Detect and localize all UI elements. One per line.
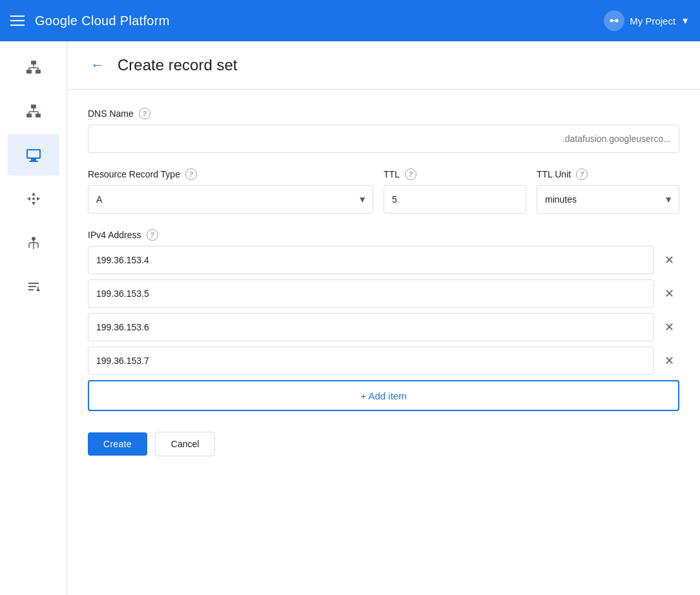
page-title: Create record set — [118, 56, 237, 74]
svg-point-1 — [615, 19, 619, 23]
action-buttons: Create Cancel — [88, 432, 679, 456]
svg-rect-20 — [28, 150, 39, 157]
svg-rect-18 — [31, 159, 36, 161]
svg-rect-19 — [29, 161, 38, 162]
sort-icon — [25, 277, 43, 296]
dns-name-row: DNS Name ? — [88, 108, 679, 153]
add-item-button[interactable]: + Add item — [88, 380, 679, 411]
inline-fields-row: Resource Record Type ? A AAAA CNAME MX T… — [88, 168, 679, 214]
ip-input-2[interactable] — [88, 313, 654, 341]
dns-name-label: DNS Name — [88, 108, 134, 119]
ttl-unit-select-wrap: seconds minutes hours days ▼ — [537, 185, 679, 214]
ip-row-0: ✕ — [88, 246, 679, 274]
page-header: ← Create record set — [67, 41, 700, 90]
sidebar-item-hierarchy[interactable] — [8, 90, 59, 132]
add-item-label: + Add item — [360, 390, 406, 401]
sidebar-item-traffic[interactable] — [8, 222, 59, 263]
ipv4-help-icon[interactable]: ? — [147, 229, 158, 241]
ipv4-label: IPv4 Address — [88, 230, 141, 240]
sidebar-item-network[interactable] — [8, 46, 59, 88]
ttl-label: TTL — [384, 169, 400, 179]
ttl-input[interactable] — [384, 185, 526, 214]
ip-row-1: ✕ — [88, 279, 679, 308]
project-icon — [604, 10, 624, 31]
svg-point-26 — [32, 237, 36, 241]
form-body: DNS Name ? Resource Record Type ? A — [67, 90, 700, 474]
svg-point-0 — [610, 19, 613, 23]
ip-row-3: ✕ — [88, 347, 679, 375]
back-button[interactable]: ← — [88, 54, 107, 76]
main-content: ← Create record set DNS Name ? Resource … — [67, 41, 700, 595]
rrt-select[interactable]: A AAAA CNAME MX TXT — [88, 185, 373, 214]
ttl-label-row: TTL ? — [384, 168, 526, 180]
ipv4-section: IPv4 Address ? ✕ ✕ ✕ ✕ — [88, 229, 679, 411]
move-icon — [25, 190, 43, 208]
hamburger-menu[interactable] — [10, 15, 25, 26]
svg-marker-23 — [27, 197, 30, 201]
ip-input-0[interactable] — [88, 246, 654, 274]
dns-name-help-icon[interactable]: ? — [139, 108, 150, 119]
svg-rect-5 — [36, 70, 41, 74]
traffic-icon — [25, 234, 43, 252]
resource-record-type-group: Resource Record Type ? A AAAA CNAME MX T… — [88, 168, 373, 214]
sidebar-item-move[interactable] — [8, 178, 59, 219]
ttl-unit-label: TTL Unit — [537, 169, 571, 179]
ttl-group: TTL ? — [384, 168, 526, 214]
svg-rect-12 — [36, 114, 41, 117]
ip-input-1[interactable] — [88, 279, 654, 308]
rrt-select-wrap: A AAAA CNAME MX TXT ▼ — [88, 185, 373, 214]
ip-input-3[interactable] — [88, 347, 654, 375]
ip-row-2: ✕ — [88, 313, 679, 341]
app-title: Google Cloud Platform — [35, 14, 593, 28]
svg-marker-21 — [32, 192, 36, 196]
rrt-help-icon[interactable]: ? — [185, 168, 197, 180]
project-selector[interactable]: My Project ▼ — [604, 10, 690, 31]
rrt-label: Resource Record Type — [88, 169, 180, 179]
remove-ip-1[interactable]: ✕ — [659, 283, 679, 305]
svg-rect-4 — [26, 70, 32, 74]
dns-name-input[interactable] — [88, 125, 679, 153]
svg-marker-22 — [32, 202, 36, 205]
sidebar-item-monitor[interactable] — [8, 134, 59, 176]
svg-rect-3 — [31, 61, 36, 65]
remove-ip-0[interactable]: ✕ — [659, 249, 679, 271]
topnav: Google Cloud Platform My Project ▼ — [0, 0, 700, 41]
remove-ip-2[interactable]: ✕ — [659, 316, 679, 338]
rrt-label-row: Resource Record Type ? — [88, 168, 373, 180]
svg-rect-11 — [26, 114, 32, 117]
remove-ip-3[interactable]: ✕ — [659, 350, 679, 372]
ttl-unit-group: TTL Unit ? seconds minutes hours days ▼ — [537, 168, 679, 214]
project-name: My Project — [630, 15, 675, 26]
svg-point-25 — [32, 197, 35, 200]
sidebar — [0, 41, 67, 595]
network-icon — [25, 58, 43, 76]
ttl-unit-label-row: TTL Unit ? — [537, 168, 679, 180]
dns-name-label-row: DNS Name ? — [88, 108, 679, 119]
hierarchy-icon — [25, 102, 43, 120]
cancel-button[interactable]: Cancel — [155, 432, 216, 456]
monitor-icon — [25, 146, 43, 164]
project-dropdown-icon: ▼ — [681, 15, 690, 26]
sidebar-item-sort[interactable] — [8, 266, 59, 307]
ipv4-label-row: IPv4 Address ? — [88, 229, 679, 241]
ttl-unit-help-icon[interactable]: ? — [576, 168, 588, 180]
ttl-unit-select[interactable]: seconds minutes hours days — [537, 185, 679, 214]
create-button[interactable]: Create — [88, 432, 147, 456]
svg-rect-10 — [31, 105, 36, 108]
svg-marker-24 — [37, 197, 40, 201]
ttl-help-icon[interactable]: ? — [405, 168, 417, 180]
